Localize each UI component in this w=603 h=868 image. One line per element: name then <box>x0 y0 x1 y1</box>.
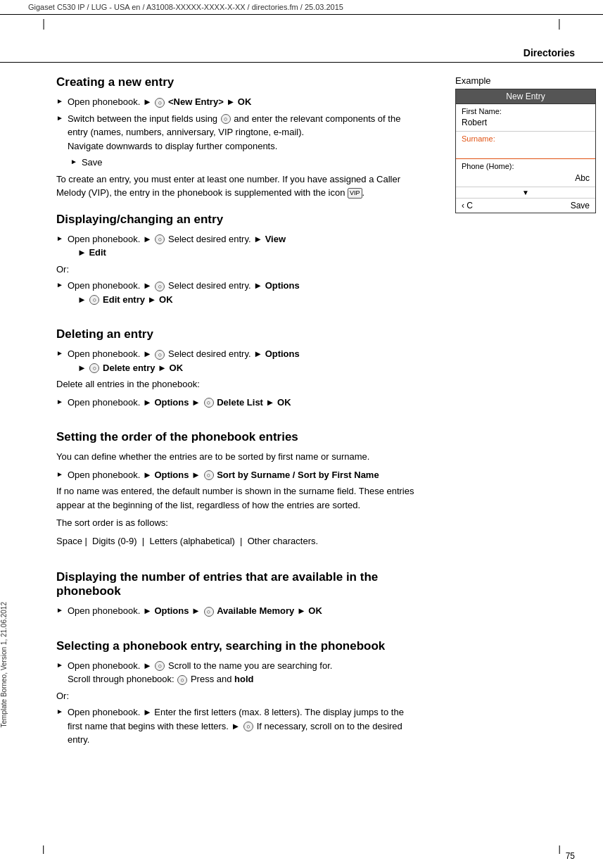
header-text: Gigaset C530 IP / LUG - USA en / A31008-… <box>28 3 343 11</box>
section-title-deleting: Deleting an entry <box>56 327 420 341</box>
bullet-creating-2: ► Switch between the input fields using … <box>56 112 420 153</box>
section-divider-4 <box>56 621 420 627</box>
bullet-selecting-2: ► Open phonebook. ► Enter the first lett… <box>56 705 420 747</box>
para-order-2: If no name was entered, the default numb… <box>56 484 420 512</box>
section-divider-2 <box>56 412 420 417</box>
bullet-selecting-1: ► Open phonebook. ► ○ Scroll to the name… <box>56 659 420 686</box>
bullet-creating-1: ► Open phonebook. ► ○ <New Entry> ► OK <box>56 95 420 109</box>
phone-save-button[interactable]: Save <box>571 201 590 210</box>
section-title-creating: Creating a new entry <box>56 75 420 89</box>
side-label: Template Borneo, Version 1, 21.06.2012 <box>0 602 11 727</box>
bullet-arrow: ► <box>56 113 63 123</box>
para-order-4: Space | Digits (0-9) | Letters (alphabet… <box>56 534 420 548</box>
page-header: Gigaset C530 IP / LUG - USA en / A31008-… <box>0 0 603 15</box>
example-box: Example New Entry First Name: Robert Sur… <box>455 75 603 213</box>
bullet-order-1: ► Open phonebook. ► Options ► ○ Sort by … <box>56 468 420 482</box>
phone-bottom-bar: ‹ C Save <box>456 199 595 213</box>
bullet-arrow: ► <box>56 279 63 290</box>
section-title-displaying: Displaying/changing an entry <box>56 213 420 227</box>
bullet-creating-save: ► Save <box>70 156 420 170</box>
phone-back-button[interactable]: ‹ C <box>462 201 473 210</box>
nav-icon-5: ○ <box>89 295 99 305</box>
bullet-deleting-2: ► Open phonebook. ► Options ► ○ Delete L… <box>56 396 420 410</box>
nav-icon-13: ○ <box>243 722 253 731</box>
vip-icon: VIP <box>348 188 362 199</box>
nav-icon: ○ <box>155 98 165 108</box>
bullet-deleting-1: ► Open phonebook. ► ○ Select desired ent… <box>56 347 420 375</box>
bullet-arrow: ► <box>56 396 63 407</box>
nav-icon-10: ○ <box>204 607 214 617</box>
nav-icon-8: ○ <box>204 398 214 408</box>
para-order-3: The sort order is as follows: <box>56 516 420 530</box>
section-title-selecting: Selecting a phonebook entry, searching i… <box>56 639 420 653</box>
phone-field-firstname: First Name: Robert <box>456 104 595 132</box>
bullet-arrow: ► <box>56 469 63 479</box>
para-order-1: You can define whether the entries are t… <box>56 450 420 464</box>
nav-icon-11: ○ <box>155 661 165 671</box>
phone-field-surname: Surname: <box>456 132 595 159</box>
nav-icon-7: ○ <box>89 363 99 373</box>
nav-icon-3: ○ <box>155 234 165 244</box>
phone-screen: New Entry First Name: Robert Surname: Ph… <box>455 89 596 213</box>
para-deleting: Delete all entries in the phonebook: <box>56 377 420 391</box>
bullet-arrow: ► <box>70 156 77 167</box>
or-line-2: Or: <box>56 689 420 703</box>
page-title: Directories <box>0 33 603 63</box>
nav-icon-12: ○ <box>177 675 187 685</box>
example-label: Example <box>455 75 603 86</box>
section-divider <box>56 309 420 315</box>
or-line-1: Or: <box>56 263 420 277</box>
para-creating: To create an entry, you must enter at le… <box>56 172 420 200</box>
bullet-arrow: ► <box>56 605 63 615</box>
bullet-arrow: ► <box>56 348 63 358</box>
nav-icon-6: ○ <box>155 350 165 360</box>
nav-icon-2: ○ <box>221 114 231 124</box>
content-area: Example New Entry First Name: Robert Sur… <box>0 75 603 747</box>
phone-title-bar: New Entry <box>456 89 595 104</box>
phone-down-arrow: ▼ <box>456 187 595 199</box>
bullet-displaying-2: ► Open phonebook. ► ○ Select desired ent… <box>56 279 420 306</box>
section-title-number: Displaying the number of entries that ar… <box>56 570 420 598</box>
bullet-arrow: ► <box>56 233 63 244</box>
main-content: Creating a new entry ► Open phonebook. ►… <box>56 75 420 747</box>
section-divider-3 <box>56 552 420 558</box>
nav-icon-4: ○ <box>155 282 165 291</box>
bullet-arrow: ► <box>56 706 63 717</box>
nav-icon-9: ○ <box>204 470 214 480</box>
bottom-marks: | | <box>0 843 603 854</box>
bullet-arrow: ► <box>56 96 63 106</box>
top-marks: | | <box>0 15 603 33</box>
bullet-arrow: ► <box>56 660 63 670</box>
phone-field-phone: Phone (Home): Abc <box>456 159 595 187</box>
bullet-number-1: ► Open phonebook. ► Options ► ○ Availabl… <box>56 604 420 618</box>
bullet-displaying-1: ► Open phonebook. ► ○ Select desired ent… <box>56 232 420 260</box>
section-title-order: Setting the order of the phonebook entri… <box>56 430 420 444</box>
